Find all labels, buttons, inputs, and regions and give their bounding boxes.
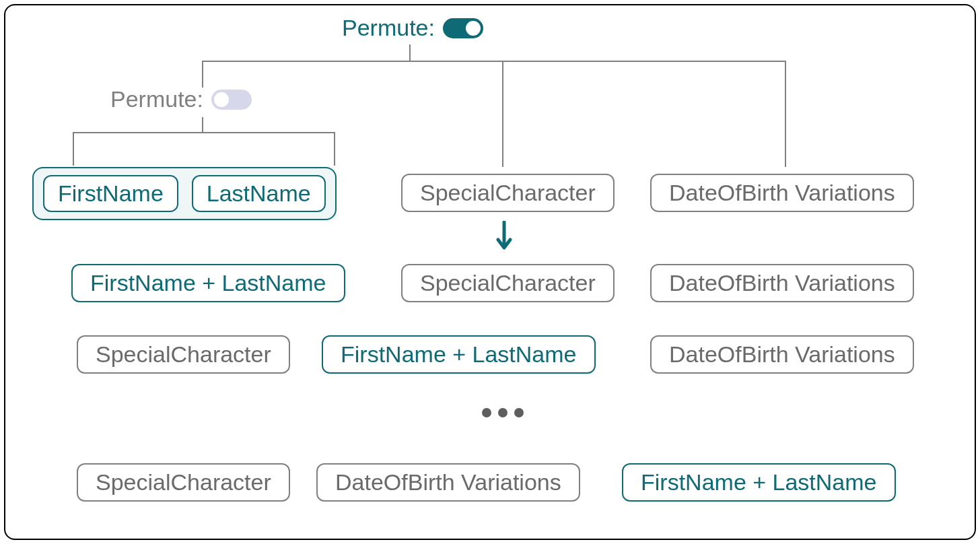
row3-a: SpecialCharacter (77, 463, 290, 502)
last-name-pill: LastName (192, 175, 326, 212)
special-character-pill: SpecialCharacter (401, 174, 615, 212)
connector (202, 117, 203, 133)
name-group: FirstName LastName (32, 167, 337, 220)
first-name-pill: FirstName (43, 175, 178, 212)
down-arrow-icon (495, 221, 513, 258)
permute-label-sub: Permute: (110, 86, 203, 112)
connector (785, 61, 786, 167)
connector (202, 61, 203, 88)
permute-header-top: Permute: (342, 15, 483, 41)
connector (409, 44, 411, 62)
permute-header-sub: Permute: (110, 86, 252, 112)
row3-b: DateOfBirth Variations (316, 463, 580, 502)
connector (73, 132, 74, 166)
connector (502, 61, 503, 167)
permute-toggle-sub[interactable] (211, 90, 252, 110)
permute-label-top: Permute: (342, 15, 435, 41)
row1-b: SpecialCharacter (401, 264, 615, 302)
ellipsis-icon (482, 408, 524, 417)
permute-toggle-top[interactable] (443, 18, 483, 38)
row2-c: DateOfBirth Variations (650, 335, 914, 374)
dob-variations-pill: DateOfBirth Variations (650, 174, 914, 212)
row2-b: FirstName + LastName (322, 335, 596, 374)
row2-a: SpecialCharacter (77, 335, 290, 374)
row1-a: FirstName + LastName (71, 264, 345, 302)
diagram-frame: Permute: Permute: FirstName LastName Spe… (4, 4, 976, 540)
row3-c: FirstName + LastName (622, 463, 896, 502)
connector (334, 132, 335, 166)
row1-c: DateOfBirth Variations (650, 264, 914, 302)
connector (73, 132, 335, 133)
connector (202, 61, 786, 62)
